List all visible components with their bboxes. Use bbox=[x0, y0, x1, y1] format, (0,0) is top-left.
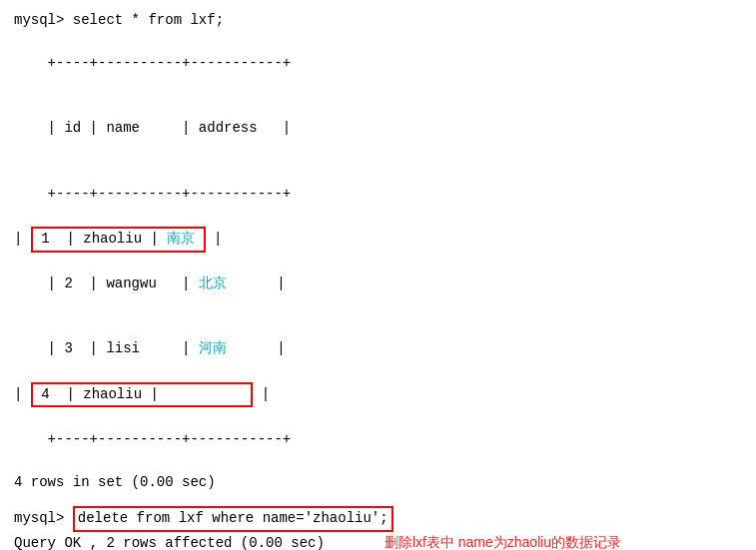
table-border-bottom1: +----+----------+-----------+ bbox=[14, 407, 742, 472]
query-ok-text: Query OK , 2 rows affected (0.00 sec) bbox=[14, 533, 325, 550]
table-row-4: | 4 | zhaoliu | | bbox=[14, 382, 742, 408]
select-command-line: mysql> select * from lxf; bbox=[14, 10, 742, 32]
annotation-text: 删除lxf表中 name为zhaoliu的数据记录 bbox=[384, 532, 621, 550]
delete-command-line: mysql> delete from lxf where name='zhaol… bbox=[14, 506, 742, 532]
row4-highlight: 4 | zhaoliu | bbox=[31, 382, 253, 408]
row1-highlight: 1 | zhaoliu | 南京 bbox=[31, 227, 206, 253]
delete-command: delete from lxf where name='zhaoliu'; bbox=[73, 506, 393, 532]
prompt2: mysql> bbox=[14, 508, 73, 530]
table-header: | id | name | address | bbox=[14, 97, 742, 162]
table-border-top1: +----+----------+-----------+ bbox=[14, 32, 742, 97]
table-divider2: +----+----------+-----------+ bbox=[14, 162, 742, 227]
terminal-output: mysql> select * from lxf; +----+--------… bbox=[14, 10, 742, 550]
table-row-3: | 3 | lisi | 河南 | bbox=[14, 317, 742, 382]
prompt: mysql> bbox=[14, 10, 73, 32]
query-ok-line: Query OK , 2 rows affected (0.00 sec) 删除… bbox=[14, 532, 742, 550]
select-command: select * from lxf; bbox=[73, 10, 224, 32]
table-row-2: | 2 | wangwu | 北京 | bbox=[14, 253, 742, 317]
table-row-1: | 1 | zhaoliu | 南京 | bbox=[14, 227, 742, 253]
result1: 4 rows in set (0.00 sec) bbox=[14, 472, 742, 494]
